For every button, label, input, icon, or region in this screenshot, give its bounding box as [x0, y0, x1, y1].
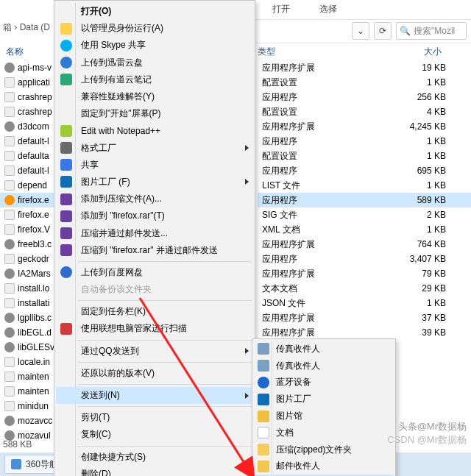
detail-row[interactable]: 配置设置1 KB	[258, 149, 471, 163]
file-row[interactable]: minidun	[0, 399, 54, 413]
menu-run-as-admin[interactable]: 以管理员身份运行(A)	[56, 20, 253, 37]
file-row[interactable]: default-l	[0, 163, 54, 178]
detail-row[interactable]: 应用程序695 KB	[258, 163, 471, 178]
menu-cut[interactable]: 剪切(T)	[56, 409, 253, 426]
menu-open[interactable]: 打开(O)	[56, 3, 253, 20]
detail-row[interactable]: 文本文档29 KB	[258, 281, 471, 296]
send-to-submenu[interactable]: 传真收件人 传真收件人 蓝牙设备 图片工厂 图片馆 文档 压缩(zipped)文…	[252, 338, 396, 476]
detail-row[interactable]: 应用程序扩展79 KB	[258, 266, 471, 281]
detail-row[interactable]: 应用程序3,407 KB	[258, 252, 471, 266]
detail-row[interactable]: 应用程序扩展39 KB	[258, 325, 471, 340]
context-menu[interactable]: 打开(O) 以管理员身份运行(A) 使用 Skype 共享 上传到迅雷云盘 上传…	[54, 0, 255, 476]
file-icon	[4, 372, 15, 382]
menu-youdao-upload[interactable]: 上传到有道云笔记	[56, 71, 253, 88]
menu-pin-start[interactable]: 固定到"开始"屏幕(P)	[56, 105, 253, 122]
file-row[interactable]: lgpllibs.c	[0, 310, 54, 325]
refresh-button[interactable]: ⟳	[374, 22, 392, 40]
menu-qq-send[interactable]: 通过QQ发送到	[56, 343, 253, 360]
search-input[interactable]: 🔍 搜索"Mozil	[396, 22, 467, 40]
menu-troubleshoot[interactable]: 兼容性疑难解答(Y)	[56, 88, 253, 105]
file-name: libEGL.d	[18, 327, 52, 338]
menu-add-to-firefox-rar[interactable]: 添加到 "firefox.rar"(T)	[56, 207, 253, 224]
file-row[interactable]: firefox.e	[0, 193, 54, 207]
submenu-fax-2[interactable]: 传真收件人	[254, 358, 394, 374]
file-icon	[4, 416, 15, 426]
youdao-icon	[60, 74, 72, 85]
file-row[interactable]: firefox.e	[0, 207, 54, 222]
detail-row[interactable]: SIG 文件2 KB	[258, 207, 471, 222]
submenu-documents[interactable]: 文档	[254, 425, 394, 441]
submenu-bluetooth[interactable]: 蓝牙设备	[254, 374, 394, 391]
submenu-image-factory[interactable]: 图片工厂	[254, 391, 394, 408]
detail-row[interactable]: 应用程序扩展37 KB	[258, 310, 471, 325]
submenu-mail[interactable]: 邮件收件人	[254, 458, 394, 475]
file-row[interactable]: install.lo	[0, 281, 54, 296]
menu-share[interactable]: 共享	[56, 157, 253, 174]
file-row[interactable]: mozavcc	[0, 413, 54, 428]
file-row[interactable]: default-l	[0, 134, 54, 149]
detail-row[interactable]: 应用程序扩展764 KB	[258, 237, 471, 252]
breadcrumb[interactable]: 箱 › Data (D	[3, 21, 50, 34]
menu-copy[interactable]: 复制(C)	[56, 426, 253, 443]
file-row[interactable]: api-ms-v	[0, 60, 54, 75]
file-row[interactable]: d3dcom	[0, 119, 54, 134]
status-bar: 588 KB	[0, 439, 32, 451]
menu-add-to-archive[interactable]: 添加到压缩文件(A)...	[56, 191, 253, 207]
detail-row[interactable]: 应用程序扩展4,245 KB	[258, 119, 471, 134]
column-type[interactable]: 类型	[258, 46, 368, 60]
menu-skype-share[interactable]: 使用 Skype 共享	[56, 37, 253, 54]
menu-xunlei-upload[interactable]: 上传到迅雷云盘	[56, 54, 253, 71]
file-row[interactable]: crashrep	[0, 90, 54, 104]
detail-row[interactable]: 应用程序1 KB	[258, 134, 471, 149]
file-icon	[4, 327, 15, 338]
file-list[interactable]: api-ms-vapplicaticrashrepcrashrepd3dcomd…	[0, 60, 54, 454]
menu-create-shortcut[interactable]: 创建快捷方式(S)	[56, 449, 253, 466]
detail-row[interactable]: 应用程序589 KB	[258, 193, 471, 207]
file-row[interactable]: libEGL.d	[0, 325, 54, 340]
detail-row[interactable]: JSON 文件1 KB	[258, 296, 471, 310]
ribbon-tab-open[interactable]: 打开	[272, 0, 290, 15]
submenu-zip[interactable]: 压缩(zipped)文件夹	[254, 441, 394, 458]
detail-row[interactable]: 应用程序扩展19 KB	[258, 60, 471, 75]
ribbon-tab-select[interactable]: 选择	[319, 0, 337, 15]
menu-compress-email[interactable]: 压缩并通过邮件发送...	[56, 224, 253, 241]
file-row[interactable]: firefox.V	[0, 222, 54, 237]
menu-pin-taskbar[interactable]: 固定到任务栏(K)	[56, 303, 253, 320]
file-name: api-ms-v	[18, 63, 52, 73]
menu-delete[interactable]: 删除(D)	[56, 466, 253, 476]
menu-lenovo-scan[interactable]: 使用联想电脑管家进行扫描	[56, 320, 253, 337]
menu-notepadpp[interactable]: Edit with Notepad++	[56, 122, 253, 139]
file-row[interactable]: mainten	[0, 384, 54, 399]
menu-compress-rar-email[interactable]: 压缩到 "firefox.rar" 并通过邮件发送	[56, 242, 253, 259]
detail-row[interactable]: 配置设置4 KB	[258, 104, 471, 119]
history-dropdown[interactable]: ⌄	[352, 22, 369, 40]
file-row[interactable]: geckodr	[0, 252, 54, 266]
menu-previous-versions[interactable]: 还原以前的版本(V)	[56, 365, 253, 382]
menu-send-to[interactable]: 发送到(N)	[56, 387, 253, 404]
detail-row[interactable]: LIST 文件1 KB	[258, 178, 471, 193]
file-row[interactable]: libGLESv	[0, 340, 54, 355]
column-size[interactable]: 大小	[368, 46, 467, 60]
detail-row[interactable]: 配置设置1 KB	[258, 75, 471, 90]
file-row[interactable]: defaulta	[0, 149, 54, 163]
menu-image-factory[interactable]: 图片工厂 (F)	[56, 174, 253, 191]
file-row[interactable]: crashrep	[0, 104, 54, 119]
detail-size: 1 KB	[372, 136, 471, 146]
detail-row[interactable]: 应用程序256 KB	[258, 90, 471, 104]
file-row[interactable]: locale.in	[0, 355, 54, 369]
menu-baidu-upload[interactable]: 上传到百度网盘	[56, 264, 253, 281]
file-row[interactable]: installati	[0, 296, 54, 310]
file-row[interactable]: freebl3.c	[0, 237, 54, 252]
detail-size: 1 KB	[372, 298, 471, 308]
file-row[interactable]: applicati	[0, 75, 54, 90]
file-row[interactable]: mainten	[0, 369, 54, 384]
pictures-icon	[258, 411, 269, 422]
detail-row[interactable]: XML 文档1 KB	[258, 222, 471, 237]
file-row[interactable]: depend	[0, 178, 54, 193]
column-name[interactable]: 名称	[6, 46, 24, 58]
submenu-picture-library[interactable]: 图片馆	[254, 408, 394, 425]
menu-format-factory[interactable]: 格式工厂	[56, 140, 253, 157]
file-row[interactable]: IA2Mars	[0, 266, 54, 281]
submenu-fax-1[interactable]: 传真收件人	[254, 341, 394, 358]
detail-type: 应用程序	[258, 91, 372, 104]
